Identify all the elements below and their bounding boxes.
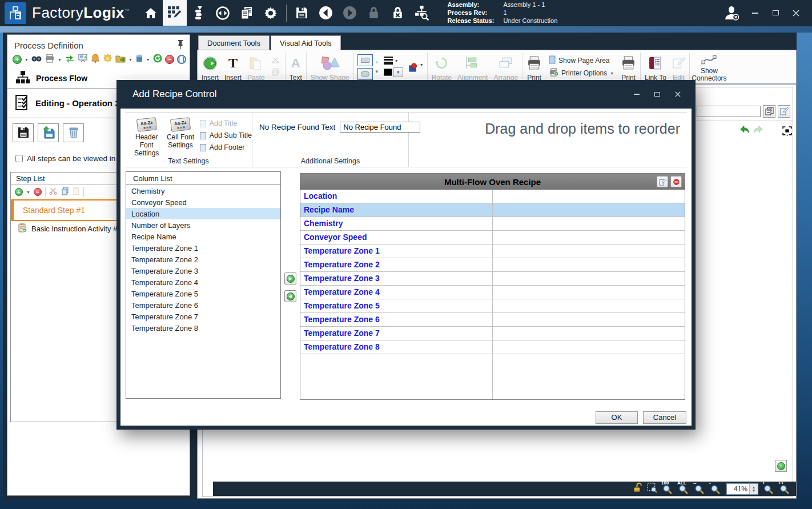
zoom-100-icon[interactable]: 100 (662, 483, 673, 494)
copy-icon[interactable] (61, 187, 69, 198)
cut-icon[interactable] (49, 187, 58, 197)
column-list-item[interactable]: Temperature Zone 1 (126, 242, 280, 254)
save-upload-button[interactable] (38, 123, 59, 142)
recipe-row-value[interactable] (492, 258, 685, 271)
move-column-right-button[interactable]: ▶ (284, 272, 296, 284)
column-list-item[interactable]: Recipe Name (126, 231, 280, 242)
line-thickness-dropdown[interactable]: ▼ (384, 57, 403, 65)
recipe-row-value[interactable] (492, 340, 685, 354)
paste-tool[interactable]: Paste (244, 51, 268, 83)
add-sub-title-button[interactable]: Add Sub Title (200, 131, 252, 139)
shape-scroll-up-icon[interactable]: ▲ (375, 59, 379, 65)
column-list-item[interactable]: Temperature Zone 6 (126, 299, 280, 311)
column-list-item[interactable]: Temperature Zone 4 (126, 276, 280, 288)
insert-visual-aid-tool[interactable]: Insert (199, 51, 222, 83)
print-icon[interactable] (45, 54, 55, 65)
text-tool[interactable]: A Text (287, 51, 305, 83)
marquee-zoom-icon[interactable] (647, 483, 657, 495)
steps-any-order-checkbox[interactable] (15, 155, 23, 162)
shape-scroll-down-icon[interactable]: ▼ (375, 69, 379, 74)
edit-tool[interactable]: Edit (669, 51, 688, 83)
fit-to-screen-icon[interactable] (782, 126, 793, 138)
rounded-rectangle-shape-button[interactable] (357, 68, 373, 80)
rotate-tool[interactable]: Rotate (429, 51, 455, 83)
save-icon[interactable] (290, 0, 314, 26)
cut-tool-icon[interactable] (272, 55, 280, 66)
export-dropdown-icon[interactable]: ▼ (128, 58, 132, 62)
dialog-close-button[interactable] (674, 90, 682, 98)
column-list-item[interactable]: Temperature Zone 2 (126, 254, 280, 265)
link-to-tool[interactable]: Link To (642, 51, 669, 83)
add-step-dropdown-icon[interactable]: ▼ (26, 190, 30, 194)
badge-star-icon[interactable] (103, 54, 112, 66)
documents-icon[interactable] (235, 0, 259, 26)
delete-step-button[interactable] (63, 123, 84, 142)
window-maximize-button[interactable] (767, 5, 783, 21)
insert-text-tool[interactable]: T Insert (222, 51, 244, 83)
restart-icon[interactable] (153, 54, 162, 65)
recipe-row-value[interactable] (492, 299, 685, 312)
column-list-item[interactable]: Conveyor Speed (126, 197, 280, 208)
line-color-dropdown[interactable]: ▼ (384, 67, 403, 77)
edit-table-title-button[interactable] (657, 176, 668, 187)
recipe-row-value[interactable] (492, 272, 685, 285)
dialog-minimize-button[interactable] (633, 90, 641, 98)
recipe-row-value[interactable] (492, 245, 685, 258)
rectangle-shape-button[interactable] (357, 54, 373, 66)
column-list-item[interactable]: Chemistry (126, 185, 280, 197)
document-pages-button[interactable] (763, 105, 775, 118)
remove-table-button[interactable] (670, 176, 682, 187)
feeder-setup-icon[interactable] (187, 0, 211, 26)
recipe-row-value[interactable] (492, 217, 685, 230)
add-dropdown-icon[interactable]: ▼ (25, 58, 29, 62)
lock-icon[interactable] (362, 0, 386, 26)
archive-barrel-icon[interactable] (135, 54, 143, 66)
printer-options-tool[interactable]: ? Printer Options ▼ (549, 68, 614, 78)
column-list-item[interactable]: Temperature Zone 8 (126, 322, 280, 334)
recipe-row-value[interactable] (492, 203, 685, 217)
window-minimize-button[interactable] (747, 5, 763, 21)
alignment-tool[interactable]: Alignment (455, 51, 491, 83)
zoom-level-spinner[interactable]: 41% ▲▼ (726, 483, 758, 495)
remove-icon[interactable]: − (165, 55, 174, 64)
pause-icon[interactable]: ❙❙ (177, 55, 186, 64)
ribbon-tab[interactable]: Document Tools (198, 35, 270, 50)
show-shape-tool[interactable]: Show Shape (308, 51, 352, 83)
print-tool-left[interactable]: Print (524, 51, 545, 83)
page-navigate-button[interactable]: ◦ (775, 460, 787, 472)
pin-icon[interactable] (177, 39, 184, 51)
window-close-button[interactable] (788, 5, 804, 21)
recipe-row-value[interactable] (492, 327, 685, 340)
recipe-row-value[interactable] (492, 313, 685, 326)
process-definition-tab-icon[interactable] (163, 0, 187, 26)
recipe-row-value[interactable] (492, 190, 685, 203)
archive-dropdown-icon[interactable]: ▼ (146, 58, 150, 62)
zoom-out-more-icon[interactable]: -- (694, 483, 705, 494)
remove-step-icon[interactable]: − (34, 188, 42, 196)
cancel-button[interactable]: Cancel (643, 411, 686, 424)
print-tool-right[interactable]: Print (618, 51, 639, 83)
move-column-left-button[interactable]: ◀ (284, 290, 296, 302)
column-list-item[interactable]: Location (126, 208, 280, 219)
paste-icon[interactable] (73, 187, 80, 198)
fill-color-dropdown[interactable]: ▼ (408, 62, 424, 72)
user-logout-icon[interactable] (722, 0, 742, 26)
zoom-all-icon[interactable]: ALL (678, 483, 689, 494)
presentation-icon[interactable] (78, 54, 88, 65)
add-footer-button[interactable]: Add Footer (200, 143, 252, 151)
ribbon-tab[interactable]: Visual Aid Tools (271, 35, 341, 50)
bell-icon[interactable] (91, 54, 100, 65)
export-folder-icon[interactable] (115, 54, 126, 65)
column-list-item[interactable]: Temperature Zone 7 (126, 311, 280, 322)
ok-button[interactable]: OK (596, 411, 638, 424)
zoom-out-icon[interactable]: - (710, 483, 721, 494)
redo-icon[interactable] (753, 125, 765, 138)
column-list-item[interactable]: Temperature Zone 5 (126, 288, 280, 299)
back-icon[interactable] (314, 0, 338, 26)
data-exchange-icon[interactable] (211, 0, 235, 26)
add-title-button[interactable]: Add Title (200, 119, 252, 127)
recipe-row-value[interactable] (492, 286, 685, 299)
document-edit-button[interactable] (778, 105, 790, 118)
save-step-button[interactable] (13, 123, 34, 142)
recipe-row-value[interactable] (492, 231, 685, 244)
